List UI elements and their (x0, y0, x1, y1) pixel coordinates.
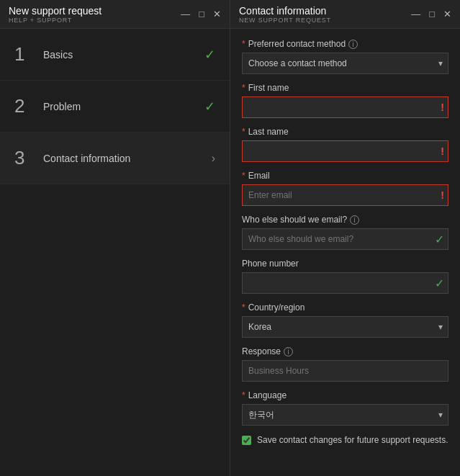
step-1-number: 1 (14, 43, 36, 66)
phone-number-input[interactable] (242, 272, 448, 294)
step-2-number: 2 (14, 95, 36, 117)
who-else-email-input[interactable] (242, 228, 448, 250)
preferred-contact-label: Preferred contact method (248, 39, 346, 49)
language-label: Language (248, 390, 287, 400)
country-region-label: Country/region (248, 302, 305, 313)
who-else-email-valid-icon: ✓ (435, 233, 444, 246)
step-1-check-icon: ✓ (204, 47, 215, 63)
right-close-button[interactable]: ✕ (443, 9, 451, 19)
preferred-contact-required: * (242, 39, 245, 49)
last-name-error-icon: ! (441, 145, 444, 157)
phone-number-field: Phone number ✓ (242, 259, 448, 294)
country-region-field: * Country/region Korea United States Jap… (242, 302, 448, 338)
preferred-contact-field: * Preferred contact method i Choose a co… (242, 39, 448, 74)
step-3-label: Contact information (43, 153, 212, 164)
first-name-field: * First name ! (242, 83, 448, 118)
who-else-email-label: Who else should we email? (242, 215, 347, 225)
first-name-label: First name (248, 83, 289, 93)
response-label: Response (242, 346, 281, 356)
who-else-email-info-icon: i (350, 215, 359, 225)
last-name-input[interactable] (242, 140, 448, 162)
preferred-contact-info-icon: i (348, 40, 358, 49)
right-window-subtitle: NEW SUPPORT REQUEST (239, 17, 331, 24)
right-minimize-button[interactable]: — (411, 9, 420, 19)
last-name-field: * Last name ! (242, 127, 448, 162)
save-checkbox-label: Save contact changes for future support … (257, 434, 448, 446)
response-input[interactable] (242, 360, 448, 382)
who-else-email-field: Who else should we email? i ✓ (242, 215, 448, 250)
step-2-item[interactable]: 2 Problem ✓ (0, 81, 230, 133)
country-region-required: * (242, 302, 245, 313)
step-1-label: Basics (43, 49, 204, 60)
first-name-input[interactable] (242, 96, 448, 118)
language-field: * Language 한국어 English 日本語 ▾ (242, 390, 448, 426)
left-minimize-button[interactable]: — (181, 9, 190, 19)
language-select[interactable]: 한국어 English 日本語 (242, 404, 448, 426)
first-name-required: * (242, 83, 245, 93)
step-3-item[interactable]: 3 Contact information › (0, 133, 230, 184)
left-window-subtitle: HELP + SUPPORT (9, 17, 102, 24)
phone-number-label: Phone number (242, 259, 299, 269)
step-3-arrow-icon: › (212, 152, 215, 165)
phone-number-valid-icon: ✓ (435, 277, 444, 290)
left-close-button[interactable]: ✕ (213, 9, 221, 19)
left-window-title: New support request (9, 5, 102, 17)
country-region-select[interactable]: Korea United States Japan China (242, 316, 448, 338)
step-1-item[interactable]: 1 Basics ✓ (0, 29, 230, 81)
right-window-title: Contact information (239, 5, 331, 17)
email-label: Email (248, 171, 270, 181)
email-input[interactable] (242, 184, 448, 206)
last-name-required: * (242, 127, 245, 137)
email-error-icon: ! (441, 189, 444, 201)
right-maximize-button[interactable]: □ (429, 9, 435, 19)
last-name-label: Last name (248, 127, 289, 137)
response-field: Response i (242, 346, 448, 382)
step-3-number: 3 (14, 147, 36, 169)
form-container: * Preferred contact method i Choose a co… (230, 29, 460, 476)
left-maximize-button[interactable]: □ (199, 9, 204, 19)
step-2-label: Problem (43, 101, 204, 112)
language-required: * (242, 390, 245, 400)
save-checkbox-input[interactable] (242, 436, 251, 445)
first-name-error-icon: ! (441, 102, 444, 113)
email-required: * (242, 171, 245, 181)
preferred-contact-select[interactable]: Choose a contact method Email Phone (242, 53, 448, 74)
response-info-icon: i (284, 347, 293, 356)
step-2-check-icon: ✓ (204, 99, 215, 114)
email-field: * Email ! (242, 171, 448, 206)
save-checkbox-row: Save contact changes for future support … (242, 434, 448, 446)
